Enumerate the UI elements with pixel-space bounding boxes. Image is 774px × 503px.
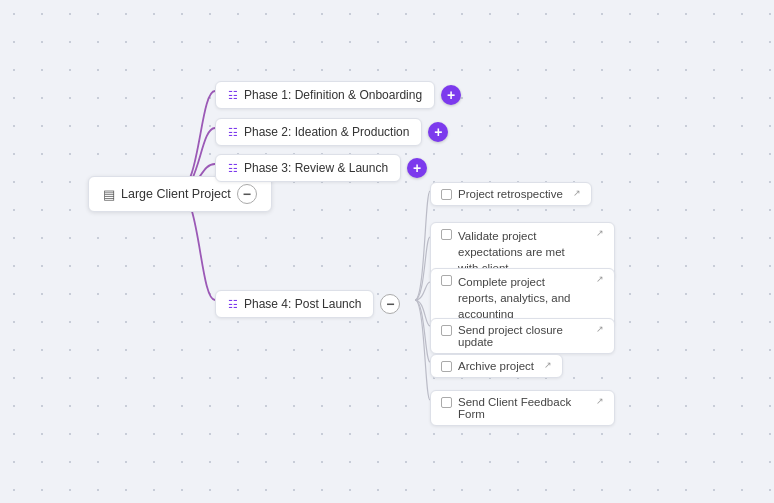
- phase1-expand-btn[interactable]: +: [441, 85, 461, 105]
- task3-checkbox[interactable]: [441, 275, 452, 286]
- task6-checkbox[interactable]: [441, 397, 452, 408]
- task1-label: Project retrospective: [458, 188, 563, 200]
- phase2-expand-btn[interactable]: +: [428, 122, 448, 142]
- phase2-node: ☷ Phase 2: Ideation & Production +: [215, 118, 448, 146]
- task4-checkbox[interactable]: [441, 325, 452, 336]
- task6-node[interactable]: Send Client Feedback Form ↗: [430, 390, 615, 426]
- root-label: Large Client Project: [121, 187, 231, 201]
- phase4-collapse-btn[interactable]: −: [380, 294, 400, 314]
- task6-label: Send Client Feedback Form: [458, 396, 586, 420]
- task2-checkbox[interactable]: [441, 229, 452, 240]
- task5-expand-arrow: ↗: [544, 360, 552, 370]
- phase4-node: ☷ Phase 4: Post Launch −: [215, 290, 400, 318]
- phase1-node: ☷ Phase 1: Definition & Onboarding +: [215, 81, 461, 109]
- grid-icon-phase1: ☷: [228, 89, 238, 102]
- phase3-expand-btn[interactable]: +: [407, 158, 427, 178]
- folder-icon: ▤: [103, 187, 115, 202]
- task4-label: Send project closure update: [458, 324, 586, 348]
- task4-expand-arrow: ↗: [596, 324, 604, 334]
- task5-checkbox[interactable]: [441, 361, 452, 372]
- task3-label: Complete project reports, analytics, and…: [458, 274, 586, 322]
- phase2-label: Phase 2: Ideation & Production: [244, 125, 409, 139]
- grid-icon-phase2: ☷: [228, 126, 238, 139]
- task5-node[interactable]: Archive project ↗: [430, 354, 563, 378]
- phase1-label: Phase 1: Definition & Onboarding: [244, 88, 422, 102]
- phase4-label: Phase 4: Post Launch: [244, 297, 361, 311]
- grid-icon-phase4: ☷: [228, 298, 238, 311]
- task1-checkbox[interactable]: [441, 189, 452, 200]
- task6-expand-arrow: ↗: [596, 396, 604, 406]
- task4-node[interactable]: Send project closure update ↗: [430, 318, 615, 354]
- task5-label: Archive project: [458, 360, 534, 372]
- phase3-label: Phase 3: Review & Launch: [244, 161, 388, 175]
- task1-expand-arrow: ↗: [573, 188, 581, 198]
- task2-expand-arrow: ↗: [596, 228, 604, 238]
- task3-expand-arrow: ↗: [596, 274, 604, 284]
- root-collapse-btn[interactable]: −: [237, 184, 257, 204]
- grid-icon-phase3: ☷: [228, 162, 238, 175]
- task1-node[interactable]: Project retrospective ↗: [430, 182, 592, 206]
- phase3-node: ☷ Phase 3: Review & Launch +: [215, 154, 427, 182]
